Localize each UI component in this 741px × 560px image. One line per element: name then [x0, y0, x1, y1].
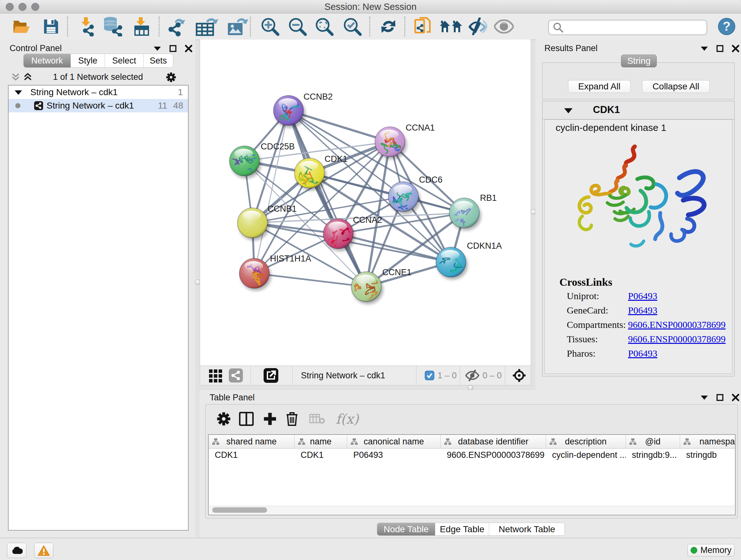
main-toolbar: ?	[0, 13, 741, 40]
refresh-button[interactable]	[377, 13, 400, 40]
crosslink-label: GeneCard:	[567, 305, 608, 315]
birds-eye-view-icon[interactable]	[208, 368, 223, 383]
close-panel-icon[interactable]	[731, 44, 740, 53]
column-header-namespace[interactable]: namespace	[680, 435, 736, 448]
graph-node-CDKN1A[interactable]	[436, 247, 468, 280]
memory-button[interactable]: Memory	[687, 544, 735, 557]
tab-style[interactable]: Style	[71, 54, 105, 67]
column-header-canonical-name[interactable]: canonical name	[347, 435, 441, 448]
function-builder-button[interactable]: f(x)	[336, 408, 359, 430]
graph-node-CDC25B[interactable]	[227, 146, 261, 181]
maximize-panel-icon[interactable]	[716, 394, 724, 401]
scrollbar-thumb[interactable]	[212, 507, 267, 513]
graph-node-CDK1[interactable]	[294, 158, 327, 191]
graph-node-label-CCNA2: CCNA2	[353, 215, 382, 225]
table-row[interactable]: CDK1CDK1P064939606.ENSP00000378699cyclin…	[209, 448, 736, 462]
crosslink-value-link[interactable]: P06493	[628, 291, 657, 301]
table-cell[interactable]: CDK1	[294, 448, 347, 462]
column-header-@id[interactable]: @id	[626, 435, 680, 448]
float-panel-icon[interactable]	[700, 46, 709, 51]
delete-table-button[interactable]	[309, 408, 325, 430]
warnings-button[interactable]	[34, 543, 53, 558]
import-network-from-file-button[interactable]	[75, 13, 97, 40]
show-all-button[interactable]	[493, 13, 515, 40]
add-column-button[interactable]	[263, 408, 277, 430]
table-cell[interactable]: P06493	[347, 448, 441, 462]
network-row[interactable]: String Network – cdk1 11 48	[9, 99, 188, 112]
delete-column-button[interactable]	[285, 408, 299, 430]
table-settings-button[interactable]	[217, 408, 231, 430]
zoom-out-button[interactable]	[285, 13, 310, 40]
search-field[interactable]	[548, 20, 707, 35]
open-file-button[interactable]	[11, 13, 32, 40]
hidden-eye-icon[interactable]	[465, 370, 479, 381]
cloud-button[interactable]	[7, 543, 26, 558]
first-neighbors-button[interactable]	[438, 13, 464, 40]
tab-edge-table[interactable]: Edge Table	[435, 523, 489, 536]
column-header-shared-name[interactable]: shared name	[209, 435, 294, 448]
zoom-selected-button[interactable]	[340, 13, 365, 40]
export-network-button[interactable]	[166, 13, 189, 40]
collection-expand-icon[interactable]	[14, 90, 23, 96]
maximize-panel-icon[interactable]	[169, 45, 177, 52]
export-table-button[interactable]	[194, 13, 220, 40]
zoom-in-button[interactable]	[257, 13, 283, 40]
table-cell[interactable]: CDK1	[209, 448, 294, 462]
tab-sets[interactable]: Sets	[144, 54, 173, 67]
create-network-from-selection-button[interactable]	[412, 13, 434, 40]
zoom-fit-button[interactable]	[312, 13, 337, 40]
export-image-button[interactable]	[225, 13, 249, 40]
tab-select[interactable]: Select	[105, 54, 144, 67]
graph-node-CDC6[interactable]	[388, 182, 420, 214]
crosslink-value-link[interactable]: P06493	[628, 305, 657, 316]
crosslink-value-link[interactable]: P06493	[628, 348, 657, 359]
gene-entry-header[interactable]: CDK1	[542, 101, 734, 119]
tab-node-table[interactable]: Node Table	[377, 523, 435, 536]
hide-selected-button[interactable]	[466, 13, 489, 40]
crosslink-value-link[interactable]: 9606.ENSP00000378699	[628, 334, 726, 345]
search-input[interactable]	[563, 22, 706, 33]
horizontal-splitter-grip[interactable]	[468, 385, 473, 390]
control-panel-tabs: NetworkStyleSelectSets	[23, 54, 173, 68]
network-options-gear-icon[interactable]	[166, 72, 176, 82]
graph-node-HIST1H1A[interactable]	[239, 258, 271, 291]
collapse-all-button[interactable]: Collapse All	[642, 80, 710, 93]
column-header-name[interactable]: name	[294, 435, 347, 448]
tab-network[interactable]: Network	[23, 54, 71, 67]
float-panel-icon[interactable]	[700, 395, 709, 400]
table-cell[interactable]: stringdb	[680, 448, 736, 462]
expand-all-button[interactable]: Expand All	[568, 80, 630, 93]
table-panel-window-controls	[700, 393, 740, 401]
table-cell[interactable]: stringdb:9...	[626, 448, 680, 462]
maximize-panel-icon[interactable]	[716, 45, 724, 52]
network-view[interactable]: CCNB2CCNA1CDC25BCDK1CDC6RB1CCNB1CCNA2CDK…	[200, 40, 531, 385]
tab-network-table[interactable]: Network Table	[489, 523, 564, 536]
selected-checkbox-icon[interactable]	[425, 371, 434, 380]
fit-selected-crosshair-icon[interactable]	[512, 368, 526, 382]
table-cell[interactable]: cyclin-dependent ...	[546, 448, 626, 462]
save-session-button[interactable]	[41, 13, 61, 40]
graph-node-label-CCNB1: CCNB1	[267, 204, 297, 213]
network-graph[interactable]: CCNB2CCNA1CDC25BCDK1CDC6RB1CCNB1CCNA2CDK…	[200, 40, 530, 365]
table-cell[interactable]: 9606.ENSP00000378699	[441, 448, 546, 462]
graph-node-CCNA2[interactable]	[323, 219, 355, 251]
show-column-button[interactable]	[239, 408, 254, 430]
column-header-description[interactable]: description	[546, 435, 626, 448]
float-panel-icon[interactable]	[153, 46, 161, 51]
import-table-from-file-button[interactable]	[131, 13, 152, 40]
export-view-icon[interactable]	[264, 368, 278, 383]
graph-node-CCNA1[interactable]	[375, 127, 407, 159]
close-panel-icon[interactable]	[185, 44, 193, 53]
import-network-from-database-button[interactable]	[102, 13, 125, 40]
help-button[interactable]: ?	[716, 13, 737, 40]
toolbar-separator	[250, 17, 251, 37]
tab-string[interactable]: String	[621, 55, 657, 67]
close-panel-icon[interactable]	[731, 393, 740, 401]
table-horizontal-scrollbar[interactable]	[209, 506, 734, 514]
gene-collapse-icon[interactable]	[563, 108, 573, 114]
crosslink-value-link[interactable]: 9606.ENSP00000378699	[628, 319, 726, 330]
graph-node-RB1[interactable]	[446, 198, 481, 231]
network-collection-row[interactable]: String Network – cdk1 1	[9, 85, 188, 99]
column-header-database-identifier[interactable]: database identifier	[441, 435, 546, 448]
annotation-share-icon[interactable]	[229, 368, 243, 382]
